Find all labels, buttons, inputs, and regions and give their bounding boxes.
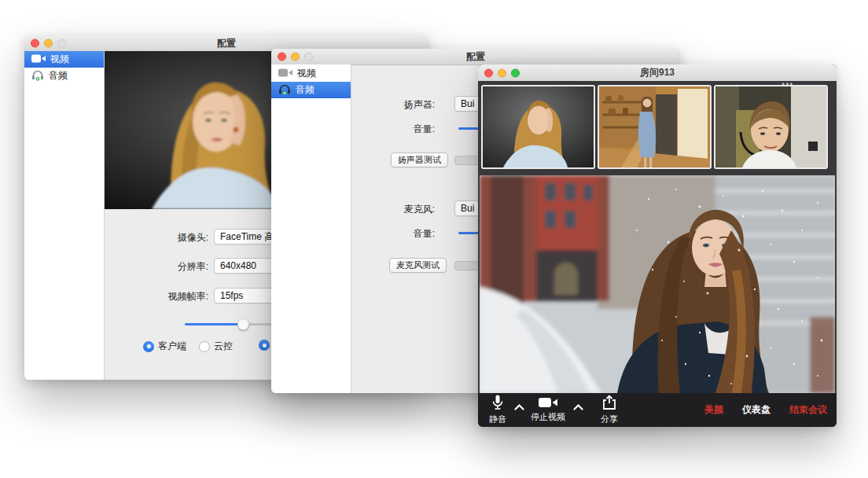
sidebar-item-label: 音频 — [49, 69, 68, 83]
headset-icon — [31, 69, 44, 83]
sidebar-item-audio[interactable]: 音频 — [271, 82, 351, 98]
minimize-button[interactable] — [291, 53, 300, 61]
share-label: 分享 — [601, 414, 618, 425]
framerate-field-label: 视频帧率: — [122, 290, 208, 303]
close-button[interactable] — [278, 53, 286, 61]
mic-volume-label: 音量: — [348, 227, 435, 241]
dashboard-button[interactable]: 仪表盘 — [742, 403, 771, 417]
radio-unselected-icon[interactable] — [199, 341, 210, 352]
mute-label: 静音 — [489, 414, 506, 425]
window-title: 房间913 — [640, 66, 675, 79]
video-thumbnail-2-woman-blue-dress[interactable] — [598, 85, 712, 169]
radio-third-selected[interactable] — [259, 340, 270, 351]
share-icon — [601, 395, 617, 412]
settings-sidebar: 视频 音频 — [24, 51, 105, 380]
end-meeting-button[interactable]: 结束会议 — [789, 403, 827, 417]
video-thumbnail-3-young-man[interactable] — [714, 85, 828, 169]
headset-icon — [278, 83, 291, 97]
sidebar-item-label: 音频 — [296, 83, 314, 97]
mic-test-button[interactable]: 麦克风测试 — [389, 258, 447, 273]
mic-field-label: 麦克风: — [348, 203, 435, 216]
participant-strip: ••• — [478, 81, 837, 175]
radio-client-label: 客户端 — [158, 340, 186, 353]
resolution-field-label: 分辨率: — [122, 260, 208, 274]
video-options-chevron-icon[interactable] — [573, 399, 583, 414]
radio-cloud-label: 云控 — [214, 340, 233, 353]
titlebar[interactable]: 房间913 — [478, 64, 837, 82]
titlebar[interactable]: 配置 — [271, 49, 680, 65]
sidebar-item-audio[interactable]: 音频 — [24, 68, 104, 84]
beauty-button[interactable]: 美颜 — [704, 403, 723, 417]
camera-field-label: 摄像头: — [122, 231, 208, 245]
traffic-lights — [484, 68, 520, 77]
close-button[interactable] — [31, 39, 39, 48]
stop-video-button[interactable]: 停止视频 — [531, 397, 565, 423]
speaker-test-button[interactable]: 扬声器测试 — [391, 153, 448, 167]
window-title: 配置 — [466, 50, 485, 64]
camera-icon — [31, 54, 46, 65]
camera-icon — [539, 397, 557, 410]
sidebar-item-video[interactable]: 视频 — [24, 51, 104, 68]
slider-thumb[interactable] — [237, 318, 249, 330]
mode-radio-group: 客户端 云控 — [143, 340, 233, 353]
main-video-feed-woman-in-snow — [480, 175, 835, 393]
minimize-button[interactable] — [44, 39, 53, 48]
close-button[interactable] — [484, 68, 493, 77]
slider-fill — [185, 323, 244, 325]
mic-select-value: Bui — [461, 203, 474, 214]
radio-client[interactable]: 客户端 — [143, 340, 186, 353]
mic-options-chevron-icon[interactable] — [514, 399, 524, 414]
minimize-button[interactable] — [498, 68, 506, 77]
mute-button[interactable]: 静音 — [489, 395, 506, 425]
traffic-lights — [278, 53, 313, 61]
video-thumbnail-1-blonde-woman[interactable] — [481, 85, 595, 169]
sidebar-item-label: 视频 — [297, 67, 316, 80]
radio-cloud[interactable]: 云控 — [199, 340, 233, 353]
framerate-select-value: 15fps — [220, 290, 243, 301]
meeting-toolbar: 静音 停止视频 分享 美颜 仪表盘 结束会议 — [478, 393, 837, 427]
zoom-button-disabled — [304, 53, 313, 61]
speaker-field-label: 扬声器: — [348, 98, 435, 112]
resolution-select-value: 640x480 — [220, 260, 256, 271]
camera-select-value: FaceTime 高 — [220, 231, 274, 242]
video-thumbnails — [481, 85, 828, 169]
zoom-button-disabled — [57, 39, 66, 48]
share-button[interactable]: 分享 — [601, 395, 618, 425]
radio-selected-icon[interactable] — [143, 341, 154, 352]
speaker-select-value: Bui — [461, 98, 474, 109]
microphone-icon — [492, 395, 503, 412]
sidebar-item-label: 视频 — [50, 53, 69, 66]
meeting-room-window: 房间913 ••• — [478, 64, 837, 427]
zoom-button[interactable] — [511, 68, 520, 77]
traffic-lights — [31, 39, 66, 48]
camera-icon — [278, 68, 292, 79]
speaker-volume-label: 音量: — [348, 123, 435, 136]
settings-sidebar: 视频 音频 — [271, 64, 351, 393]
window-title: 配置 — [217, 37, 236, 50]
stop-video-label: 停止视频 — [531, 411, 565, 423]
sidebar-item-video[interactable]: 视频 — [271, 65, 351, 82]
